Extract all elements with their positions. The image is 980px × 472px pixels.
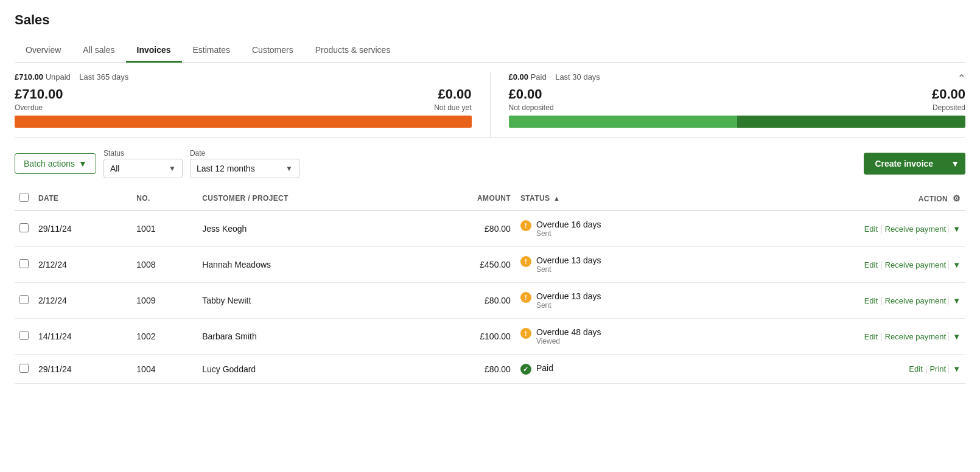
row-date: 2/12/24 (33, 247, 131, 283)
row-checkbox[interactable] (19, 331, 29, 340)
row-checkbox-cell (15, 283, 33, 319)
row-status: ! Overdue 16 days Sent (516, 210, 723, 247)
date-filter-select[interactable]: Last 12 months ▼ (190, 159, 299, 178)
overdue-icon: ! (520, 220, 531, 231)
status-sub: Sent (536, 229, 601, 238)
row-action: Edit | Receive payment ▼ (723, 283, 965, 319)
action-gear-icon[interactable]: ⚙ (953, 193, 961, 203)
row-checkbox-cell (15, 210, 33, 247)
row-checkbox[interactable] (19, 223, 29, 232)
row-date: 14/11/24 (33, 319, 131, 355)
row-customer: Lucy Goddard (197, 355, 417, 384)
main-tabs: Overview All sales Invoices Estimates Cu… (15, 39, 965, 63)
row-amount: £100.00 (417, 319, 516, 355)
summary-bar: £710.00 Unpaid Last 365 days £710.00 Ove… (15, 63, 965, 138)
row-no: 1001 (131, 210, 197, 247)
create-invoice-label[interactable]: Create invoice (864, 153, 944, 175)
tab-invoices[interactable]: Invoices (126, 39, 182, 63)
status-sub: Sent (536, 265, 601, 274)
overdue-amount: £710.00 (15, 86, 63, 102)
table-row: 14/11/24 1002 Barbara Smith £100.00 ! Ov… (15, 319, 965, 355)
date-filter-value: Last 12 months (197, 164, 255, 173)
receive-payment-link[interactable]: Receive payment (885, 296, 946, 305)
row-action: Edit | Receive payment ▼ (723, 247, 965, 283)
action-dropdown-icon[interactable]: ▼ (948, 224, 961, 234)
status-main: Overdue 13 days (536, 291, 601, 301)
row-amount: £80.00 (417, 283, 516, 319)
row-action: Edit | Print ▼ (723, 355, 965, 384)
status-main: Overdue 13 days (536, 255, 601, 265)
status-main: Overdue 48 days (536, 327, 601, 337)
edit-link[interactable]: Edit (864, 224, 878, 234)
action-dropdown-icon[interactable]: ▼ (948, 364, 961, 373)
tab-products-services[interactable]: Products & services (304, 39, 402, 63)
row-checkbox-cell (15, 247, 33, 283)
row-date: 29/11/24 (33, 355, 131, 384)
date-filter-chevron-icon: ▼ (285, 164, 293, 173)
paid-progress-bar (509, 116, 966, 128)
col-status[interactable]: STATUS ▲ (516, 187, 723, 210)
overdue-icon: ! (520, 256, 531, 267)
date-filter-group: Date Last 12 months ▼ (190, 149, 299, 178)
edit-link[interactable]: Edit (864, 296, 878, 305)
table-row: 29/11/24 1004 Lucy Goddard £80.00 ✓ Paid… (15, 355, 965, 384)
receive-payment-link[interactable]: Receive payment (885, 260, 946, 269)
nodeposit-label: Not deposited (509, 103, 554, 112)
print-link[interactable]: Print (929, 364, 946, 373)
notdue-amount: £0.00 (434, 86, 471, 102)
status-filter-select[interactable]: All ▼ (103, 159, 183, 178)
receive-payment-link[interactable]: Receive payment (885, 332, 946, 341)
select-all-cell (15, 187, 33, 210)
overdue-label: Overdue (15, 103, 63, 112)
table-row: 2/12/24 1009 Tabby Newitt £80.00 ! Overd… (15, 283, 965, 319)
row-checkbox-cell (15, 355, 33, 384)
row-status: ✓ Paid (516, 355, 723, 384)
row-checkbox[interactable] (19, 259, 29, 268)
deposited-amount: £0.00 (932, 86, 965, 102)
row-customer: Barbara Smith (197, 319, 417, 355)
create-invoice-button[interactable]: Create invoice ▼ (864, 153, 965, 175)
row-checkbox[interactable] (19, 364, 29, 373)
tab-overview[interactable]: Overview (15, 39, 72, 63)
status-filter-chevron-icon: ▼ (169, 164, 176, 173)
row-no: 1008 (131, 247, 197, 283)
create-invoice-dropdown-icon[interactable]: ▼ (945, 153, 965, 175)
table-header-row: DATE NO. CUSTOMER / PROJECT AMOUNT STATU… (15, 187, 965, 210)
batch-actions-label: Batch actions (24, 159, 75, 168)
select-all-checkbox[interactable] (19, 193, 29, 202)
row-checkbox-cell (15, 319, 33, 355)
row-date: 2/12/24 (33, 283, 131, 319)
row-action: Edit | Receive payment ▼ (723, 319, 965, 355)
edit-link[interactable]: Edit (864, 332, 878, 341)
collapse-icon[interactable]: ⌃ (957, 72, 965, 84)
status-sub: Viewed (536, 337, 601, 345)
status-filter-group: Status All ▼ (103, 149, 183, 178)
paid-badge-amount: £0.00 (509, 72, 529, 82)
nodeposit-bar (509, 116, 737, 128)
row-customer: Tabby Newitt (197, 283, 417, 319)
status-sort-icon: ▲ (553, 195, 560, 202)
col-customer: CUSTOMER / PROJECT (197, 187, 417, 210)
unpaid-summary: £710.00 Unpaid Last 365 days £710.00 Ove… (15, 72, 490, 137)
tab-all-sales[interactable]: All sales (72, 39, 125, 63)
edit-link[interactable]: Edit (909, 364, 922, 373)
page-title: Sales (15, 12, 965, 28)
overdue-icon: ! (520, 292, 531, 303)
row-checkbox[interactable] (19, 295, 29, 304)
row-amount: £450.00 (417, 247, 516, 283)
row-amount: £80.00 (417, 355, 516, 384)
unpaid-period: Last 365 days (79, 72, 128, 82)
paid-badge-label: Paid (531, 72, 547, 82)
action-dropdown-icon[interactable]: ▼ (948, 260, 961, 269)
edit-link[interactable]: Edit (864, 260, 878, 269)
tab-estimates[interactable]: Estimates (182, 39, 241, 63)
deposited-label: Deposited (932, 103, 965, 112)
action-dropdown-icon[interactable]: ▼ (948, 296, 961, 305)
row-customer: Jess Keogh (197, 210, 417, 247)
unpaid-badge-label: Unpaid (46, 72, 71, 82)
action-dropdown-icon[interactable]: ▼ (948, 332, 961, 341)
batch-actions-button[interactable]: Batch actions ▼ (15, 153, 96, 174)
row-status: ! Overdue 13 days Sent (516, 247, 723, 283)
receive-payment-link[interactable]: Receive payment (885, 224, 946, 234)
tab-customers[interactable]: Customers (241, 39, 304, 63)
